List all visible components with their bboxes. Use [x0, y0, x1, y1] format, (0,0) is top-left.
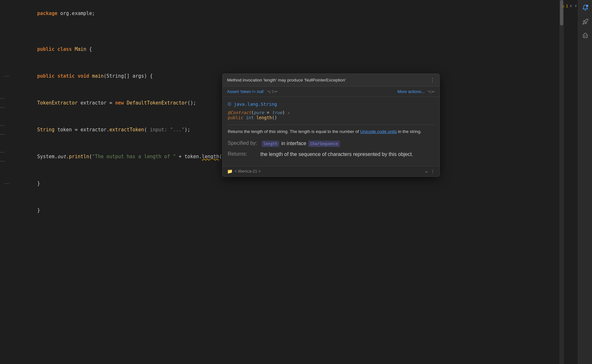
kw-public-4: public [37, 73, 57, 79]
tooltip-panel: Method invocation 'length' may produce '… [222, 74, 440, 177]
code-line-3: public class Main { [0, 36, 578, 63]
svg-point-2 [584, 36, 585, 36]
gutter-6: —— —— [0, 121, 13, 139]
editor-top-bar: ⚠ 1 ∧ ∨ [559, 0, 578, 12]
svg-point-3 [586, 36, 586, 36]
doc-true-val: true [272, 110, 282, 115]
method-extracttoken: extractToken [109, 127, 144, 133]
doc-specifiedby-row: Specified by: length in interface CharSe… [228, 140, 434, 147]
code-content-9[interactable]: } [13, 197, 578, 224]
brace-open: { [89, 46, 92, 52]
doc-length-method: length [256, 115, 272, 120]
doc-class-name[interactable]: java.lang.String [234, 102, 277, 107]
dash-5: —— —— [0, 94, 9, 112]
keyword-package: package [37, 11, 60, 16]
var-token: token = extractor. [57, 127, 109, 133]
doc-returns-row: Returns: the length of the sequence of c… [228, 151, 434, 158]
doc-specifiedby-label: Specified by: [228, 140, 257, 146]
doc-desc-text2: in the string. [397, 129, 422, 134]
kw-static: static [57, 73, 77, 79]
doc-class-header: © java.lang.String [228, 101, 434, 107]
fn-main: main [92, 73, 104, 79]
dash-8: —— [4, 179, 9, 188]
sidebar-icon-rocket[interactable] [580, 17, 590, 27]
kw-class: class [57, 46, 75, 52]
brace-close-8: } [37, 181, 40, 186]
tooltip-warning-message: Method invocation 'length' may produce '… [227, 78, 346, 82]
code-line-1: package org.example; [0, 0, 578, 27]
doc-signature: @Contract(pure = true) ↗ public int leng… [228, 110, 434, 120]
svg-text:1: 1 [587, 5, 588, 7]
kw-void: void [78, 73, 92, 79]
gutter-8: —— [0, 179, 13, 188]
doc-pure-label: pure [254, 110, 264, 115]
concat: + token. [176, 154, 202, 159]
var-extractor: extractor = [81, 100, 115, 106]
doc-description: Returns the length of this string. The l… [228, 128, 434, 135]
footer-menu-btn[interactable]: ⋮ [430, 169, 435, 174]
method-println: println [69, 154, 89, 159]
doc-specifiedby-value: length in interface CharSequence [261, 140, 434, 147]
scrollbar-track[interactable] [559, 0, 564, 364]
constructor-args: (); [187, 100, 196, 106]
str-ellipsis: "..." [170, 127, 185, 133]
doc-desc-text1: Returns the length of this string. The l… [228, 129, 360, 134]
kw-new: new [115, 100, 127, 106]
warning-count: 1 [566, 4, 568, 8]
dash-7: —— —— [0, 148, 9, 166]
system-out: System. [37, 154, 57, 159]
sidebar-icon-bell[interactable]: 1 [580, 3, 590, 13]
doc-public-kw: public [228, 115, 246, 120]
doc-divider-1 [228, 125, 434, 125]
right-sidebar: 1 [578, 0, 592, 364]
doc-returns-value: the length of the sequence of characters… [260, 151, 434, 158]
assert-action-shortcut: ⌥⇧↵ [267, 89, 278, 94]
nav-arrows: ∧ ∨ [569, 3, 578, 9]
doc-annotation: @Contract [228, 110, 251, 115]
assert-action-link[interactable]: Assert 'token != null' [227, 89, 264, 94]
dash-6: —— —— [0, 121, 9, 139]
gutter-5: —— —— [0, 94, 13, 112]
type-defaulttokenextractor: DefaultTokenExtractor [127, 100, 187, 106]
code-line-9: } [0, 197, 578, 224]
gutter-7: —— —— [0, 148, 13, 166]
main-args: (String[] args) { [104, 73, 153, 79]
tooltip-doc: © java.lang.String @Contract(pure = true… [223, 97, 439, 166]
type-tokenextractor: TokenExtractor [37, 100, 80, 106]
code-content-2[interactable] [13, 27, 578, 36]
more-actions-shortcut: ⌥↵ [427, 89, 435, 94]
sidebar-icon-ai[interactable] [580, 31, 590, 41]
tooltip-header-menu-icon[interactable]: ⋮ [430, 77, 435, 83]
doc-unicode-link[interactable]: Unicode code units [360, 129, 397, 134]
editor-container: ⚠ 1 ∧ ∨ package org.example; public clas… [0, 0, 578, 364]
class-name: Main [75, 46, 89, 52]
tooltip-actions: Assert 'token != null' ⌥⇧↵ More actions.… [223, 87, 439, 97]
brace-close-9: } [37, 207, 40, 213]
kw-public-3: public [37, 46, 57, 52]
sdk-label: < liberica-21 > [234, 169, 261, 174]
tooltip-header: Method invocation 'length' may produce '… [223, 74, 439, 87]
doc-method-parens: () [272, 115, 277, 120]
warning-icon: ⚠ [562, 4, 565, 8]
more-actions-link[interactable]: More actions... [398, 89, 425, 94]
nav-up-arrow[interactable]: ∧ [569, 3, 573, 9]
copyright-icon: © [228, 101, 231, 107]
package-name: org.example; [60, 11, 95, 16]
str-output: "The output has a length of " [92, 154, 176, 159]
doc-int-type: int [246, 115, 257, 120]
footer-sdk: 📁 < liberica-21 > [227, 169, 261, 174]
dot-7: . [66, 154, 69, 159]
footer-edit-btn[interactable]: ✏ [425, 169, 428, 174]
warning-badge[interactable]: ⚠ 1 [562, 4, 568, 8]
doc-close-paren: ) [282, 110, 285, 115]
code-content-3[interactable]: public class Main { [13, 36, 578, 63]
paren-7: ( [89, 154, 92, 159]
doc-length-badge[interactable]: length [262, 141, 279, 147]
doc-equals: = [264, 110, 272, 115]
paren-open: ( [144, 127, 150, 133]
nav-down-arrow[interactable]: ∨ [574, 3, 578, 9]
out-ref: out [57, 154, 66, 159]
doc-arrow: ↗ [288, 111, 290, 115]
doc-charsequence-badge[interactable]: CharSequence [308, 141, 340, 147]
code-content-1[interactable]: package org.example; [13, 0, 578, 27]
